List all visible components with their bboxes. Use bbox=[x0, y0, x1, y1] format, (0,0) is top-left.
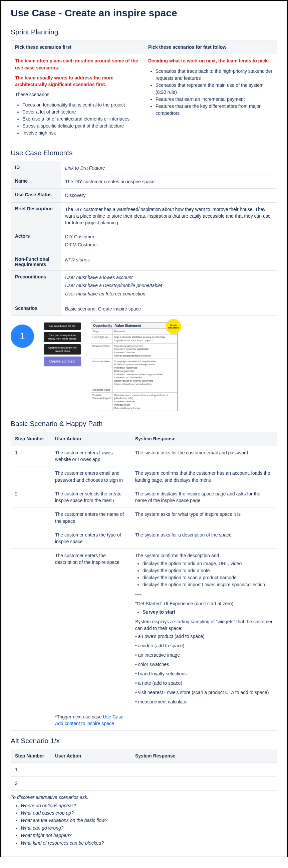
uc-scen-val: Basic scenario: Create inspire space bbox=[61, 302, 277, 316]
uc-pre-val: User must have a lowes account User must… bbox=[61, 271, 277, 302]
list-item: displays the option to add an image, URL… bbox=[142, 560, 273, 567]
opp-how-val: help customers start their journey in co… bbox=[113, 335, 177, 343]
alt-list: Where do options appear? What odd cases … bbox=[11, 802, 277, 847]
opp-biz-label: Business Value bbox=[91, 344, 113, 359]
section-uc-elements: Use Case Elements bbox=[11, 149, 277, 157]
opportunity-box: Needs Research Opportunity - Value State… bbox=[91, 322, 178, 411]
uc-elements-table: ID Link to Jira Feature Name The DIY cus… bbox=[11, 161, 277, 316]
card-dark: Cant pull in inspirations easily from ot… bbox=[44, 332, 81, 342]
uc-id-val: Link to Jira Feature bbox=[61, 161, 277, 175]
col-response: System Response bbox=[131, 749, 277, 763]
get-started-label: "Get Started" UI Experience (don't start… bbox=[135, 600, 273, 607]
cell-step bbox=[11, 528, 51, 549]
cell-step bbox=[11, 466, 51, 487]
list-item: Where do options appear? bbox=[21, 802, 277, 809]
sprint-col1-lead: These scenarios: bbox=[15, 91, 140, 98]
resp-lead: The system confirms the description and bbox=[135, 552, 273, 559]
cell-act bbox=[51, 763, 131, 776]
cell-resp-big: The system confirms the description and … bbox=[131, 549, 277, 710]
widget-item: • brand loyalty selections bbox=[135, 669, 273, 678]
opp-stage-label: Stage bbox=[91, 329, 113, 334]
list-item: Scenarios that represent the main use of… bbox=[156, 82, 273, 96]
actor-2: DIFM Customer bbox=[65, 241, 273, 248]
cell-resp: The system displays the inspire space pa… bbox=[131, 487, 277, 507]
cell-step: 2 bbox=[11, 487, 51, 507]
widget-item: • visit nearest Lowe's store (scan a pro… bbox=[135, 688, 273, 697]
step-circle: 1 bbox=[11, 324, 34, 348]
col-action: User Action bbox=[51, 432, 131, 446]
uc-status-val: Discovery bbox=[61, 189, 277, 202]
list-item: What might not happen? bbox=[21, 832, 277, 839]
trigger-pre: *Trigger next use case bbox=[55, 714, 103, 719]
list-item: Scenarios that trace back to the high-pr… bbox=[156, 68, 273, 82]
list-item: displays the option to import Lowes insp… bbox=[142, 581, 273, 588]
opp-fin-val: Generate more revenue from existing cust… bbox=[113, 393, 177, 411]
card-dark: Unable to document my project plans bbox=[44, 344, 81, 354]
card-dark: No moodboard for me bbox=[44, 322, 81, 330]
uc-id-label: ID bbox=[11, 161, 61, 175]
cell-resp bbox=[131, 777, 277, 790]
list-item: displays the option to scan a product ba… bbox=[142, 574, 273, 581]
widget-item: • a video (add to space) bbox=[135, 641, 273, 650]
sprint-col2-header: Pick these scenarios for fast follow bbox=[144, 40, 277, 54]
cards-column: No moodboard for me Cant pull in inspira… bbox=[44, 322, 81, 366]
uc-name-label: Name bbox=[11, 175, 61, 189]
table-row: 2 The customer selects the create inspir… bbox=[11, 487, 277, 507]
widgets-list: • a Lowe's product (add to space) • a vi… bbox=[135, 632, 273, 706]
table-row: The customer enters email and password a… bbox=[11, 466, 277, 487]
pre-1: User must have a lowes account bbox=[65, 274, 273, 281]
cell-act: The customer enters Lowes website or Low… bbox=[51, 446, 131, 466]
table-row-trigger: *Trigger next use case Use Case - Add co… bbox=[11, 710, 277, 731]
section-sprint-planning: Sprint Planning bbox=[11, 28, 277, 36]
needs-research-badge: Needs Research bbox=[166, 319, 181, 334]
pre-2: User must have a Desktop/mobile phone/ta… bbox=[65, 282, 273, 289]
uc-nfr-val: NFR stories bbox=[61, 253, 277, 271]
alt-scenario-table: Step Number User Action System Response … bbox=[11, 749, 277, 790]
col-response: System Response bbox=[131, 432, 277, 446]
opp-fin-label: Possible Financial Impact bbox=[91, 393, 113, 411]
table-row: 2 bbox=[11, 777, 277, 790]
sprint-col1-red1: The team often plans each iteration arou… bbox=[15, 57, 140, 71]
opp-assoc-val bbox=[113, 387, 177, 392]
table-row: The customer enters the type of inspire … bbox=[11, 528, 277, 549]
table-row: 1 The customer enters Lowes website or L… bbox=[11, 446, 277, 466]
cell-act bbox=[51, 777, 131, 790]
cell-resp: The system asks for a description of the… bbox=[131, 528, 277, 549]
uc-actors-val: DIY Customer DIFM Customer bbox=[61, 230, 277, 253]
section-basic-scenario: Basic Scenario & Happy Path bbox=[11, 420, 277, 428]
separator: ---- bbox=[135, 591, 273, 597]
cell-act: The customer enters email and password a… bbox=[51, 466, 131, 487]
cell-resp: The system confirms that the customer ha… bbox=[131, 466, 277, 487]
uc-name-val: The DIY customer creates an inspire spac… bbox=[61, 175, 277, 189]
cell-step: 1 bbox=[11, 763, 51, 776]
sprint-col1-red2: The team usually wants to address the mo… bbox=[15, 74, 140, 88]
col-action: User Action bbox=[51, 749, 131, 763]
cell-trigger: *Trigger next use case Use Case - Add co… bbox=[51, 710, 131, 731]
cell-step bbox=[11, 549, 51, 710]
basic-scenario-table: Step Number User Action System Response … bbox=[11, 432, 277, 731]
opp-how-label: How might we... bbox=[91, 335, 113, 343]
widget-item: • measurement calculator bbox=[135, 697, 273, 706]
sprint-col1-list: Focus on functionality that is central t… bbox=[15, 101, 140, 136]
uc-pre-label: Preconditions bbox=[11, 271, 61, 302]
list-item: What kind of resources can be blocked? bbox=[21, 839, 277, 847]
cell-step: 2 bbox=[11, 777, 51, 790]
cell-step: 1 bbox=[11, 446, 51, 466]
sprint-table: Pick these scenarios first Pick these sc… bbox=[11, 40, 277, 142]
opp-assoc-label: Associate Value bbox=[91, 387, 113, 392]
list-item: displays the option to add a note bbox=[142, 567, 273, 574]
cell-resp: The system asks for the customer email a… bbox=[131, 446, 277, 466]
cell-step bbox=[11, 710, 51, 731]
page-title: Use Case - Create an inspire space bbox=[11, 7, 277, 19]
uc-brief-label: Brief Description bbox=[11, 202, 61, 230]
opp-cust-label: Customer Value bbox=[91, 359, 113, 387]
sprint-col2-body: Deciding what to work on next, the team … bbox=[144, 54, 277, 142]
list-item: Cover a lot of architecture bbox=[22, 108, 140, 116]
widget-item: • a note (add to space) bbox=[135, 678, 273, 688]
cell-resp: The system asks for what type of inspire… bbox=[131, 507, 277, 528]
sprint-col1-header: Pick these scenarios first bbox=[11, 40, 144, 54]
list-item: What are the variations on the basic flo… bbox=[21, 816, 277, 824]
col-step: Step Number bbox=[11, 749, 51, 763]
list-item: Features that earn an incremental paymen… bbox=[156, 96, 273, 103]
uc-nfr-label: Non-Functional Requirements bbox=[11, 253, 61, 271]
